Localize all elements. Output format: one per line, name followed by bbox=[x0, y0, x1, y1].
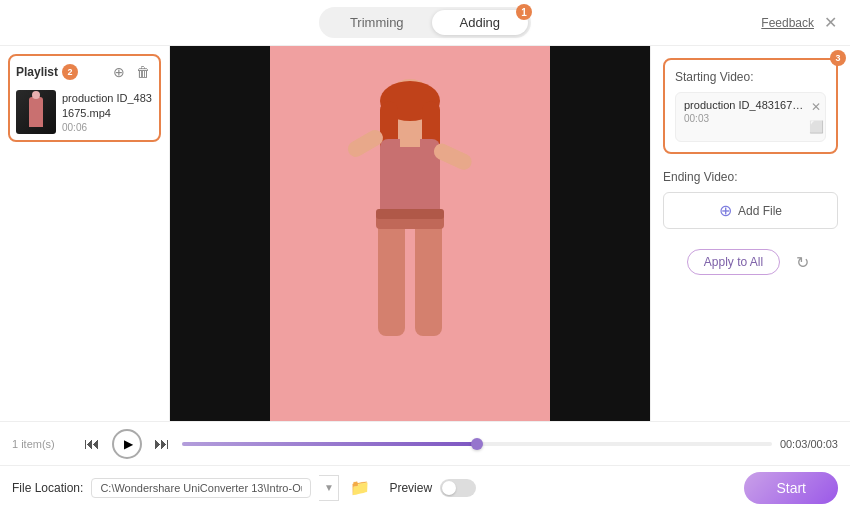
starting-video-name: production ID_4831675... bbox=[684, 99, 804, 111]
previous-button[interactable]: ⏮ bbox=[80, 432, 104, 456]
top-bar: Trimming Adding 1 Feedback ✕ bbox=[0, 0, 850, 46]
svg-rect-8 bbox=[378, 216, 405, 336]
add-to-playlist-button[interactable]: ⊕ bbox=[109, 62, 129, 82]
toggle-knob bbox=[442, 481, 456, 495]
playlist-border: Playlist 2 ⊕ 🗑 production ID_4831675.mp4… bbox=[8, 54, 161, 142]
starting-video-actions: ✕ ⬜ bbox=[808, 99, 824, 135]
preview-label: Preview bbox=[389, 481, 432, 495]
time-display: 00:03/00:03 bbox=[780, 438, 838, 450]
browse-starting-video-button[interactable]: ⬜ bbox=[808, 119, 824, 135]
svg-rect-5 bbox=[400, 135, 420, 147]
thumb-figure bbox=[29, 97, 43, 127]
starting-video-section: 3 Starting Video: production ID_4831675.… bbox=[663, 58, 838, 154]
playlist-panel: Playlist 2 ⊕ 🗑 production ID_4831675.mp4… bbox=[0, 46, 170, 421]
video-person-svg bbox=[290, 61, 530, 421]
adding-tab-label: Adding bbox=[460, 15, 500, 30]
playlist-item-name: production ID_4831675.mp4 bbox=[62, 91, 153, 120]
playlist-title-row: Playlist 2 bbox=[16, 64, 78, 80]
path-dropdown-button[interactable]: ▼ bbox=[319, 475, 339, 501]
progress-container bbox=[182, 442, 772, 446]
next-button[interactable]: ⏭ bbox=[150, 432, 174, 456]
playlist-header: Playlist 2 ⊕ 🗑 bbox=[16, 62, 153, 82]
file-location-label: File Location: bbox=[12, 481, 83, 495]
playlist-actions: ⊕ 🗑 bbox=[109, 62, 153, 82]
right-panel: 3 Starting Video: production ID_4831675.… bbox=[650, 46, 850, 421]
tab-adding[interactable]: Adding 1 bbox=[432, 10, 528, 35]
thumbnail-image bbox=[16, 90, 56, 134]
ending-video-section: Ending Video: ⊕ Add File bbox=[663, 170, 838, 229]
starting-video-time: 00:03 bbox=[684, 113, 804, 124]
play-button[interactable]: ▶ bbox=[112, 429, 142, 459]
add-file-button[interactable]: ⊕ Add File bbox=[663, 192, 838, 229]
starting-video-card: production ID_4831675... 00:03 ✕ ⬜ bbox=[675, 92, 826, 142]
playlist-thumbnail bbox=[16, 90, 56, 134]
file-path-input[interactable] bbox=[91, 478, 311, 498]
video-preview bbox=[270, 46, 550, 421]
main-layout: Playlist 2 ⊕ 🗑 production ID_4831675.mp4… bbox=[0, 46, 850, 421]
add-file-label: Add File bbox=[738, 204, 782, 218]
playlist-item-duration: 00:06 bbox=[62, 122, 153, 133]
remove-starting-video-button[interactable]: ✕ bbox=[808, 99, 824, 115]
svg-rect-9 bbox=[415, 216, 442, 336]
controls-bar: 1 item(s) ⏮ ▶ ⏭ 00:03/00:03 bbox=[0, 421, 850, 465]
video-area bbox=[170, 46, 650, 421]
tab-trimming[interactable]: Trimming bbox=[322, 10, 432, 35]
play-icon: ▶ bbox=[124, 437, 133, 451]
progress-fill bbox=[182, 442, 477, 446]
tab-group: Trimming Adding 1 bbox=[319, 7, 531, 38]
browse-folder-button[interactable]: 📁 bbox=[347, 475, 373, 501]
svg-rect-6 bbox=[345, 127, 386, 160]
progress-thumb[interactable] bbox=[471, 438, 483, 450]
feedback-button[interactable]: Feedback bbox=[761, 16, 814, 30]
playlist-item-info: production ID_4831675.mp4 00:06 bbox=[62, 91, 153, 133]
tab-badge: 1 bbox=[516, 4, 532, 20]
bottom-bar: File Location: ▼ 📁 Preview Start bbox=[0, 465, 850, 509]
playlist-item[interactable]: production ID_4831675.mp4 00:06 bbox=[16, 90, 153, 134]
add-file-icon: ⊕ bbox=[719, 201, 732, 220]
starting-video-label: Starting Video: bbox=[675, 70, 826, 84]
playlist-badge: 2 bbox=[62, 64, 78, 80]
svg-rect-4 bbox=[380, 139, 440, 219]
close-button[interactable]: ✕ bbox=[820, 13, 840, 33]
trimming-tab-label: Trimming bbox=[350, 15, 404, 30]
starting-video-info: production ID_4831675... 00:03 bbox=[684, 99, 804, 124]
items-count: 1 item(s) bbox=[12, 438, 72, 450]
playlist-label: Playlist bbox=[16, 65, 58, 79]
apply-to-all-button[interactable]: Apply to All bbox=[687, 249, 780, 275]
svg-rect-11 bbox=[376, 209, 444, 219]
refresh-button[interactable]: ↻ bbox=[790, 250, 814, 274]
right-panel-badge: 3 bbox=[830, 50, 846, 66]
preview-toggle[interactable] bbox=[440, 479, 476, 497]
apply-row: Apply to All ↻ bbox=[663, 249, 838, 275]
start-button[interactable]: Start bbox=[744, 472, 838, 504]
starting-video-wrapper: 3 Starting Video: production ID_4831675.… bbox=[663, 58, 838, 154]
remove-from-playlist-button[interactable]: 🗑 bbox=[133, 62, 153, 82]
progress-track[interactable] bbox=[182, 442, 772, 446]
ending-video-label: Ending Video: bbox=[663, 170, 838, 184]
